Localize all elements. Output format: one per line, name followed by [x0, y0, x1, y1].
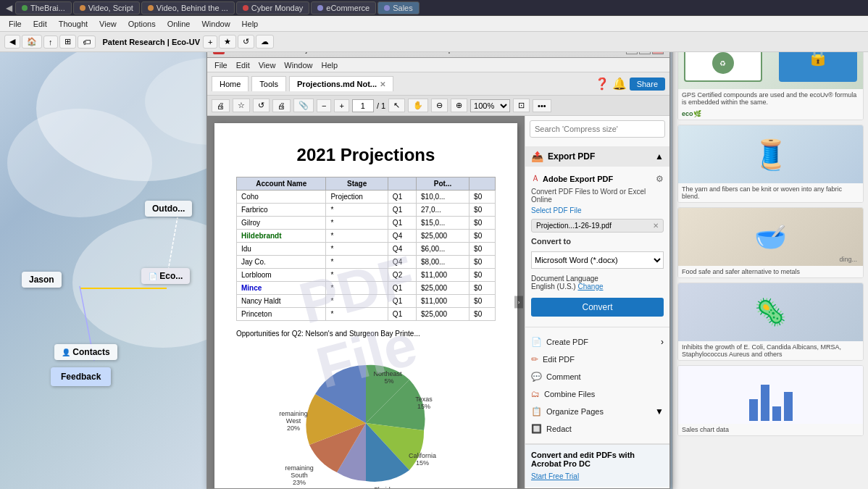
- mind-node-feedback[interactable]: Feedback: [51, 367, 111, 386]
- comment-action[interactable]: 💬 Comment: [531, 368, 664, 385]
- mind-node-outdoor[interactable]: Outdo...: [145, 201, 192, 217]
- acro-menu-view[interactable]: View: [254, 59, 280, 71]
- taskbar-thebrain[interactable]: TheBrai...: [15, 1, 72, 14]
- nav-fit[interactable]: ⊡: [513, 99, 530, 112]
- acrobat-menubar: File Edit View Window Help: [207, 58, 669, 72]
- page-separator: / 1: [377, 101, 385, 110]
- taskbar-video-behind[interactable]: Video, Behind the ...: [141, 1, 235, 14]
- nav-hand[interactable]: ✋: [408, 99, 428, 112]
- toolbar-plex[interactable]: ⊞: [59, 35, 76, 49]
- menu-online[interactable]: Online: [162, 18, 196, 30]
- nav-zoom-out[interactable]: −: [317, 99, 331, 112]
- edit-pdf-action[interactable]: ✏ Edit PDF: [531, 351, 664, 368]
- toolbar-cloud[interactable]: ☁: [256, 35, 274, 49]
- menu-window[interactable]: Window: [196, 18, 235, 30]
- acro-menu-help[interactable]: Help: [317, 59, 342, 71]
- organize-pages-action[interactable]: 📋 Organize Pages ▼: [531, 403, 664, 420]
- bell-icon[interactable]: 🔔: [612, 77, 627, 91]
- page-input[interactable]: [352, 99, 374, 112]
- combine-icon: 🗂: [531, 389, 540, 399]
- svg-text:remaining: remaining: [285, 464, 314, 472]
- nav-zoom-minus[interactable]: ⊖: [431, 99, 448, 112]
- convert-desc: Convert PDF Files to Word or Excel Onlin…: [531, 188, 664, 204]
- file-chip-remove[interactable]: ✕: [653, 222, 659, 230]
- toolbar-home[interactable]: 🏠: [22, 35, 42, 49]
- create-pdf-action[interactable]: 📄 Create PDF ›: [531, 333, 664, 351]
- export-pdf-section: 📤 Export PDF ▲ Ａ Adobe Export PDF ⚙ Conv…: [525, 146, 669, 327]
- nav-print2[interactable]: 🖨: [272, 99, 291, 112]
- actions-content: 📄 Create PDF › ✏ Edit PDF 💬 Comment 🗂: [525, 327, 669, 443]
- acro-tab-projections[interactable]: Projections.md Not... ✕: [289, 76, 393, 91]
- thumbnail-chart[interactable]: Sales chart data: [677, 365, 864, 436]
- export-pdf-header[interactable]: 📤 Export PDF ▲: [525, 146, 669, 167]
- nav-more[interactable]: •••: [533, 99, 551, 112]
- thumbnail-chart-text: Sales chart data: [678, 424, 863, 435]
- acro-menu-edit[interactable]: Edit: [232, 59, 254, 71]
- nav-zoom-plus[interactable]: ⊕: [451, 99, 467, 112]
- acro-menu-window[interactable]: Window: [280, 59, 317, 71]
- convert-button[interactable]: Convert: [531, 298, 664, 317]
- file-chip[interactable]: Projection...1-26-19.pdf ✕: [531, 219, 664, 233]
- select-pdf-link[interactable]: Select PDF File: [531, 206, 664, 214]
- acro-menu-file[interactable]: File: [210, 59, 232, 71]
- menu-file[interactable]: File: [3, 18, 28, 30]
- nav-print[interactable]: 🖨: [212, 99, 230, 112]
- free-trial-link[interactable]: Start Free Trial: [531, 472, 579, 480]
- taskbar-ecommerce[interactable]: eCommerce: [311, 1, 376, 14]
- thumbnail-bacteria[interactable]: 🦠 Inhibits the growth of E. Coli, Candid…: [677, 283, 864, 361]
- thumbnail-thread[interactable]: 🧵 The yarn and fibers can be knit or wov…: [677, 125, 864, 203]
- menu-help[interactable]: Help: [236, 18, 264, 30]
- chevron-down-icon: ▼: [655, 406, 664, 417]
- acro-tab-home[interactable]: Home: [212, 76, 249, 91]
- pie-chart: Northeast 5% Texas 15% California 15% Fl…: [236, 343, 496, 488]
- taskbar-back[interactable]: ◀: [3, 1, 15, 14]
- nav-zoom-in[interactable]: +: [334, 99, 349, 112]
- toolbar-star[interactable]: ★: [219, 35, 236, 49]
- nav-bookmark[interactable]: ☆: [233, 99, 250, 112]
- scroll-arrow[interactable]: ›: [514, 296, 523, 309]
- table-header-stage: Stage: [326, 177, 388, 191]
- combine-files-action[interactable]: 🗂 Combine Files: [531, 385, 664, 403]
- toolbar-add[interactable]: +: [203, 35, 217, 49]
- menubar: File Edit Thought View Options Online Wi…: [0, 16, 868, 32]
- table-header-name: Account Name: [237, 177, 326, 191]
- nav-attach[interactable]: 📎: [293, 99, 314, 112]
- help-icon[interactable]: ❓: [595, 77, 609, 91]
- menu-edit[interactable]: Edit: [28, 18, 53, 30]
- sidebar-search-container: [525, 116, 669, 146]
- thumbnail-bowl[interactable]: 🥣 ding... Food safe and safer alternativ…: [677, 207, 864, 278]
- nav-cursor[interactable]: ↖: [388, 99, 405, 112]
- mind-node-jason[interactable]: Jason: [22, 272, 62, 288]
- mind-node-contacts[interactable]: 👤 Contacts: [54, 344, 117, 360]
- acro-tab-close[interactable]: ✕: [380, 80, 385, 88]
- share-button[interactable]: Share: [630, 78, 665, 91]
- zoom-select[interactable]: 100% 75% 125% 150%: [470, 99, 510, 112]
- pdf-main[interactable]: PDFFile 2021 Projections Account Name St…: [207, 116, 525, 488]
- toolbar-up[interactable]: ↑: [43, 35, 58, 49]
- toolbar-sync[interactable]: ↺: [238, 35, 254, 49]
- table-header-extra: [470, 177, 496, 191]
- menu-thought[interactable]: Thought: [53, 18, 93, 30]
- convert-to-select[interactable]: Microsoft Word (*.docx): [531, 251, 664, 269]
- menu-view[interactable]: View: [93, 18, 122, 30]
- taskbar: ◀ TheBrai... Video, Script Video, Behind…: [0, 0, 868, 16]
- mind-node-eco[interactable]: 📄 Eco...: [141, 268, 190, 284]
- taskbar-video-script[interactable]: Video, Script: [73, 1, 140, 14]
- sidebar-search[interactable]: [530, 120, 665, 138]
- menu-options[interactable]: Options: [122, 18, 162, 30]
- table-row: Jay Co.*Q4$8,00...$0: [237, 256, 496, 269]
- acro-tab-tools[interactable]: Tools: [251, 76, 286, 91]
- taskbar-cyber-monday[interactable]: Cyber Monday: [236, 1, 310, 14]
- redact-action[interactable]: 🔲 Redact: [531, 420, 664, 438]
- toolbar-back[interactable]: ◀: [4, 35, 20, 49]
- nav-rotate[interactable]: ↺: [253, 99, 270, 112]
- svg-text:15%: 15%: [416, 459, 429, 467]
- table-header-pot: Pot...: [417, 177, 470, 191]
- right-panel: 🔍 Eco-UV Global Recycled Standard ♻ 🔒 GP…: [672, 0, 868, 489]
- toolbar-tag[interactable]: 🏷: [78, 35, 96, 49]
- table-header-q: [388, 177, 416, 191]
- acrobat-promo: Convert and edit PDFs with Acrobat Pro D…: [525, 444, 669, 487]
- taskbar-sales[interactable]: Sales: [377, 1, 420, 14]
- change-language-link[interactable]: Change: [577, 283, 603, 291]
- toolbar: ◀ 🏠 ↑ ⊞ 🏷 Patent Research | Eco-UV + ★ ↺…: [0, 32, 868, 52]
